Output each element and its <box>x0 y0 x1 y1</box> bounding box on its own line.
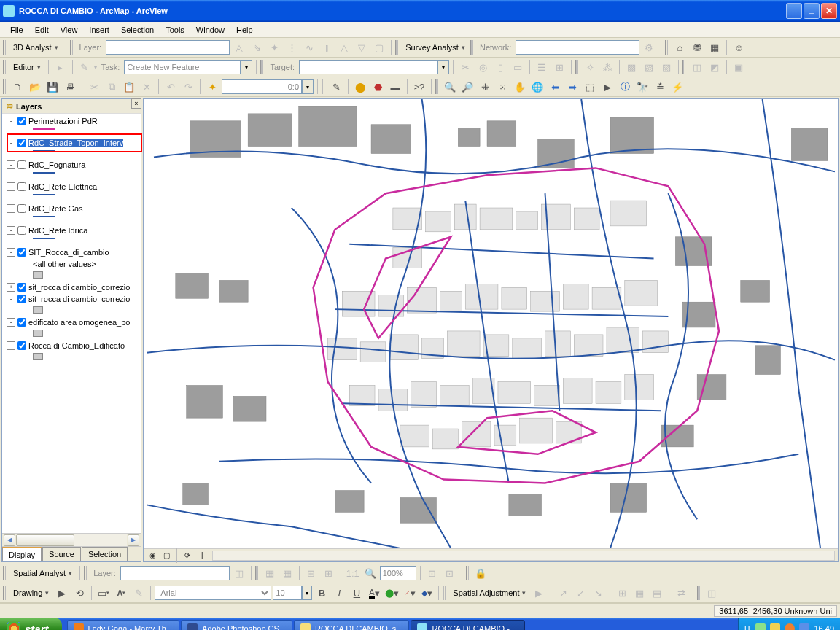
layer-row[interactable]: -SIT_Rocca_di_cambio <box>2 246 141 258</box>
tray-icon[interactable] <box>785 623 795 630</box>
grip-icon[interactable] <box>395 40 399 55</box>
font-size-arrow[interactable]: ▾ <box>302 586 312 600</box>
hyperlink-icon[interactable]: ⚡ <box>669 79 685 95</box>
layer-name-label[interactable]: sit_rocca di cambio_correzio <box>28 283 130 292</box>
layer-name-label[interactable]: Rocca di Cambio_Edificato <box>28 341 125 350</box>
fwd-extent-icon[interactable]: ➡ <box>564 79 580 95</box>
scroll-thumb[interactable] <box>16 534 74 546</box>
add-route-icon[interactable]: ⛃ <box>689 39 705 55</box>
open-icon[interactable]: 📂 <box>27 79 43 95</box>
layer-visibility-checkbox[interactable] <box>18 117 26 125</box>
window-minimize-button[interactable]: _ <box>786 3 802 19</box>
layer-row[interactable]: -RdC_Rete Elettrica <box>2 181 141 192</box>
layer-symbol-swatch[interactable] <box>33 216 55 222</box>
layer-row[interactable]: -RdC_Rete Gas <box>2 203 141 214</box>
grip-icon[interactable] <box>3 40 7 55</box>
scroll-left-icon[interactable]: ◀ <box>4 534 15 546</box>
layer-row[interactable]: -Rocca di Cambio_Edificato <box>2 340 141 351</box>
zoom-in-icon[interactable]: 🔍 <box>442 79 458 95</box>
grip-icon[interactable] <box>682 60 686 74</box>
collapse-icon[interactable]: - <box>7 139 15 147</box>
start-button[interactable]: start <box>0 618 62 630</box>
font-color-icon[interactable]: A▾ <box>366 585 382 601</box>
grip-icon[interactable] <box>260 60 264 74</box>
taskbar-item-arcmap[interactable]: ROCCA DI CAMBIO - ... <box>411 620 525 630</box>
toc-hscrollbar[interactable]: ◀ ▶ <box>2 533 141 546</box>
layer-symbol-swatch[interactable] <box>33 238 55 244</box>
grip-icon[interactable] <box>443 586 446 600</box>
grip-icon[interactable] <box>3 79 7 94</box>
spatial-analyst-dropdown[interactable]: Spatial Analyst <box>9 567 76 580</box>
grip-icon[interactable] <box>255 566 259 580</box>
rectangle-icon[interactable]: ▭▾ <box>96 585 112 601</box>
layer-visibility-checkbox[interactable] <box>18 318 26 327</box>
marker-color-icon[interactable]: ◆▾ <box>419 585 435 601</box>
layer-row[interactable]: -RdC_Rete Idrica <box>2 225 141 236</box>
toc-tab-source[interactable]: Source <box>42 547 81 561</box>
print-icon[interactable]: 🖶 <box>62 79 78 95</box>
layer-name-label[interactable]: RdC_Rete Elettrica <box>28 182 97 191</box>
font-combo[interactable]: Arial <box>155 586 271 600</box>
spatial-adjustment-dropdown[interactable]: Spatial Adjustment <box>449 586 529 599</box>
taskbar-item-folder[interactable]: ROCCA DI CAMBIO_s... <box>294 620 409 630</box>
system-tray[interactable]: IT 16.49 <box>738 618 840 630</box>
layout-view-icon[interactable]: ▢ <box>160 550 172 561</box>
layer-visibility-checkbox[interactable] <box>18 248 26 257</box>
collapse-icon[interactable]: - <box>7 341 15 350</box>
layer-symbol-swatch[interactable] <box>33 330 43 337</box>
measure-icon[interactable]: ≛ <box>652 79 668 95</box>
layer-visibility-checkbox[interactable] <box>18 226 26 235</box>
collapse-icon[interactable]: - <box>7 318 15 327</box>
refresh-icon[interactable]: ⟳ <box>182 550 193 561</box>
grip-icon[interactable] <box>322 79 325 94</box>
layer-symbol-swatch[interactable] <box>33 194 55 200</box>
map-hscrollbar[interactable] <box>212 551 835 561</box>
add-data-icon[interactable]: ✦ <box>204 79 220 95</box>
language-indicator[interactable]: IT <box>744 624 752 630</box>
grip-icon[interactable] <box>3 586 7 600</box>
layer-visibility-checkbox[interactable] <box>18 182 26 191</box>
layer-row[interactable]: -RdC_Strade_Topon_Interv <box>2 137 141 149</box>
grip-icon[interactable] <box>3 566 7 580</box>
toc-tab-display[interactable]: Display <box>2 547 42 561</box>
grip-icon[interactable] <box>575 60 579 74</box>
layer-name-label[interactable]: SIT_Rocca_di_cambio <box>28 248 109 257</box>
window-close-button[interactable]: ✕ <box>821 3 837 19</box>
geostatistical-icon[interactable]: ☺ <box>731 39 747 55</box>
layer-symbol-swatch[interactable] <box>33 128 55 134</box>
back-extent-icon[interactable]: ⬅ <box>547 79 563 95</box>
clock[interactable]: 16.49 <box>814 624 834 630</box>
grip-icon[interactable] <box>470 40 474 55</box>
collapse-icon[interactable]: - <box>7 117 15 125</box>
layer-visibility-checkbox[interactable] <box>18 160 26 169</box>
whats-this-icon[interactable]: ≥? <box>411 79 427 95</box>
3d-analyst-dropdown[interactable]: 3D Analyst <box>9 41 62 54</box>
survey-analyst-dropdown[interactable]: Survey Analyst <box>402 41 469 54</box>
menu-insert[interactable]: Insert <box>83 24 115 36</box>
add-xy-icon[interactable]: ⌂ <box>672 39 688 55</box>
map-canvas[interactable] <box>144 99 838 548</box>
layer-row[interactable]: -RdC_Fognatura <box>2 159 141 171</box>
grip-icon[interactable] <box>84 566 88 580</box>
fixed-zoom-out-icon[interactable]: ⁙ <box>494 79 510 95</box>
fixed-zoom-in-icon[interactable]: ⁜ <box>477 79 493 95</box>
collapse-icon[interactable]: - <box>7 160 15 169</box>
grip-icon[interactable] <box>665 40 669 55</box>
pan-icon[interactable]: ✋ <box>512 79 528 95</box>
map-scale-input[interactable] <box>222 79 302 94</box>
rotate-icon[interactable]: ⟲ <box>71 585 88 601</box>
scroll-right-icon[interactable]: ▶ <box>128 534 139 546</box>
grip-icon[interactable] <box>697 586 701 600</box>
arctoolbox-icon[interactable]: ⬣ <box>370 79 386 95</box>
layer-symbol-swatch[interactable] <box>33 353 43 360</box>
menu-view[interactable]: View <box>55 24 84 36</box>
select-elements-icon[interactable]: ▶ <box>54 585 70 601</box>
layer-visibility-checkbox[interactable] <box>18 283 26 292</box>
layer-visibility-checkbox[interactable] <box>18 139 26 147</box>
select-features-icon[interactable]: ⬚ <box>582 79 598 95</box>
layer-row[interactable]: +sit_rocca di cambio_correzio <box>2 281 141 293</box>
collapse-icon[interactable]: - <box>7 248 15 257</box>
editor-dropdown[interactable]: Editor <box>9 61 44 74</box>
layer-name-label[interactable]: Perimetrazioni PdR <box>28 117 98 125</box>
tray-icon[interactable] <box>799 623 809 630</box>
